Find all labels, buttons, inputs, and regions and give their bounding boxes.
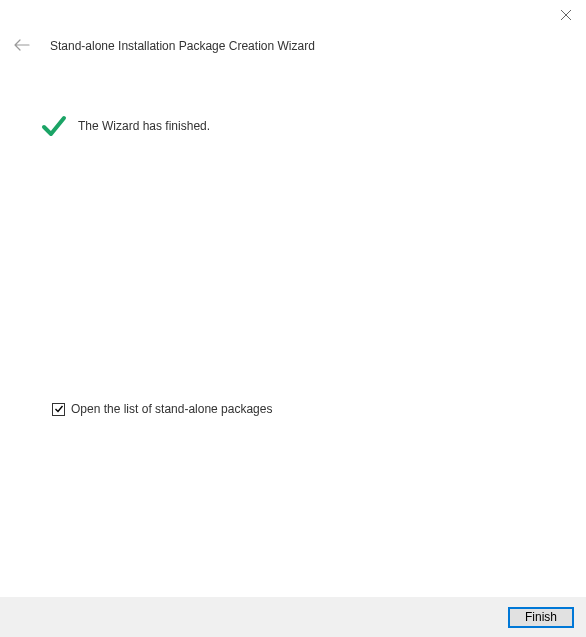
finish-button[interactable]: Finish: [508, 607, 574, 628]
wizard-footer: Finish: [0, 597, 586, 637]
open-list-option[interactable]: Open the list of stand-alone packages: [52, 402, 272, 416]
wizard-title: Stand-alone Installation Package Creatio…: [50, 39, 315, 53]
success-checkmark-icon: [40, 112, 68, 140]
back-arrow-icon: [14, 39, 30, 54]
close-icon: [561, 9, 571, 23]
checkmark-icon: [54, 404, 64, 414]
back-button[interactable]: [14, 38, 30, 54]
close-button[interactable]: [558, 8, 574, 24]
status-row: The Wizard has finished.: [40, 112, 210, 140]
wizard-header: Stand-alone Installation Package Creatio…: [14, 38, 315, 54]
open-list-checkbox[interactable]: [52, 403, 65, 416]
status-message: The Wizard has finished.: [78, 119, 210, 133]
open-list-label: Open the list of stand-alone packages: [71, 402, 272, 416]
